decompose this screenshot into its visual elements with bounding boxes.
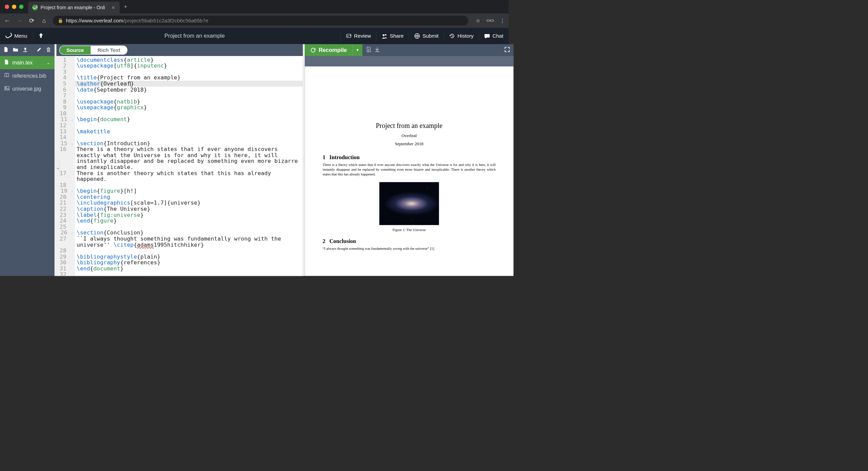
code-line[interactable]	[77, 134, 301, 140]
file-tree: main.tex⌄references.bibuniverse.jpg	[0, 44, 55, 276]
code-line[interactable]: \date{September 2018}	[77, 87, 301, 93]
code-editor[interactable]: 1 2 3 4 5 6 7 8 9 10 11 ▾12 13 14 15 ▾16…	[56, 56, 303, 276]
window-minimize-icon[interactable]	[12, 4, 16, 9]
pdf-title: Project from an example	[323, 122, 496, 130]
menu-button[interactable]: Menu	[0, 28, 33, 44]
code-line[interactable]: \maketitle	[77, 128, 301, 134]
new-file-icon[interactable]	[4, 46, 8, 54]
nav-reload-icon[interactable]: ⟳	[28, 17, 35, 24]
file-tree-item[interactable]: main.tex⌄	[0, 56, 55, 69]
svg-point-2	[385, 34, 386, 36]
editor-pane: Source Rich Text ◂ 1 2 3 4 5 6 7 8 9 10 …	[56, 44, 303, 276]
code-line[interactable]	[77, 93, 301, 99]
code-line[interactable]: \bibliographystyle{plain}	[77, 254, 301, 260]
code-line[interactable]: \label{fig:universe}	[77, 212, 301, 218]
lock-icon: 🔒	[58, 18, 63, 23]
code-line[interactable]: There is another theory which states tha…	[77, 170, 301, 176]
pdf-paragraph-1: There is a theory which states that if e…	[323, 163, 496, 176]
address-bar: ← → ⟳ ⌂ 🔒 https://www.overleaf.com/proje…	[0, 14, 509, 28]
new-folder-icon[interactable]	[13, 47, 18, 53]
collapse-filetree-icon[interactable]: ◂	[56, 160, 60, 176]
editor-toolbar: Source Rich Text	[56, 44, 303, 56]
url-protocol: https://	[66, 18, 81, 24]
new-tab-icon[interactable]: +	[124, 3, 127, 11]
code-line[interactable]	[77, 248, 301, 254]
code-line[interactable]	[77, 224, 301, 230]
pdf-author: Overleaf	[323, 133, 496, 138]
code-line[interactable]	[77, 69, 301, 75]
code-line[interactable]: \author{Overleaf}	[75, 81, 303, 87]
chevron-down-icon[interactable]: ⌄	[46, 60, 50, 65]
code-line[interactable]: \begin{figure}[h!]	[77, 188, 301, 194]
code-line[interactable]: \section{Introduction}	[77, 140, 301, 147]
extensions-icon[interactable]: ▭▭	[486, 18, 494, 24]
window-close-icon[interactable]	[5, 4, 9, 9]
history-button[interactable]: History	[444, 28, 478, 44]
code-line[interactable]: \begin{document}	[77, 116, 301, 123]
rename-icon[interactable]	[37, 47, 42, 53]
nav-home-icon[interactable]: ⌂	[41, 17, 48, 24]
browser-tab[interactable]: Project from an example - Onli ×	[28, 2, 120, 14]
tab-source[interactable]: Source	[60, 46, 91, 54]
code-content[interactable]: \documentclass{article}\usepackage[utf8]…	[75, 56, 303, 276]
nav-back-icon[interactable]: ←	[4, 17, 11, 24]
browser-menu-icon[interactable]: ⋮	[500, 18, 505, 24]
nav-forward-icon[interactable]: →	[16, 17, 23, 24]
svg-point-5	[5, 87, 6, 88]
tab-rich-text[interactable]: Rich Text	[91, 46, 127, 54]
upload-icon[interactable]	[23, 47, 28, 53]
file-icon	[4, 59, 9, 66]
download-pdf-icon[interactable]	[375, 47, 380, 53]
pdf-pane: Recompile ▼ Project from an example Over…	[305, 44, 513, 276]
overleaf-logo-icon	[5, 33, 12, 39]
pdf-section-1: 1Introduction	[323, 154, 496, 161]
share-button[interactable]: Share	[376, 28, 409, 44]
logs-icon[interactable]	[366, 46, 371, 54]
file-tree-item[interactable]: universe.jpg	[0, 82, 55, 96]
code-line[interactable]: \end{figure}	[77, 218, 301, 224]
workspace: main.tex⌄references.bibuniverse.jpg ⋮⋮ S…	[0, 44, 509, 276]
menu-label: Menu	[14, 33, 27, 39]
code-line[interactable]: \caption{The Universe}	[77, 206, 301, 212]
chat-button[interactable]: Chat	[479, 28, 508, 44]
project-title: Project from an example	[49, 33, 340, 39]
code-line[interactable]: \section{Conclusion}	[77, 230, 301, 236]
review-button[interactable]: Review	[340, 28, 376, 44]
code-line[interactable]: \usepackage{graphicx}	[77, 105, 301, 111]
fullscreen-icon[interactable]	[504, 46, 510, 54]
code-line[interactable]: \title{Project from an example}	[77, 75, 301, 81]
code-line[interactable]	[77, 182, 301, 188]
recompile-button[interactable]: Recompile	[305, 44, 352, 56]
pdf-toolbar: Recompile ▼	[305, 44, 513, 56]
code-line[interactable]: \end{document}	[77, 266, 301, 272]
tab-close-icon[interactable]: ×	[112, 4, 115, 11]
code-line[interactable]: \includegraphics[scale=1.7]{universe}	[77, 200, 301, 206]
recompile-group: Recompile ▼	[305, 44, 362, 56]
pdf-viewport[interactable]: Project from an example Overleaf Septemb…	[305, 56, 513, 276]
back-to-projects-icon[interactable]	[33, 33, 49, 40]
tab-title: Project from an example - Onli	[41, 5, 105, 10]
delete-icon[interactable]	[46, 46, 51, 54]
pdf-page: Project from an example Overleaf Septemb…	[305, 67, 513, 276]
file-tree-toolbar	[0, 44, 55, 56]
code-line[interactable]	[77, 271, 301, 276]
svg-point-1	[383, 34, 384, 36]
bookmark-star-icon[interactable]: ☆	[476, 18, 480, 24]
image-icon	[4, 86, 9, 92]
code-line[interactable]: \bibliography{references}	[77, 260, 301, 266]
code-line[interactable]: \centering	[77, 194, 301, 200]
url-input[interactable]: 🔒 https://www.overleaf.com/project/5bab5…	[53, 16, 468, 25]
file-tree-item[interactable]: references.bib	[0, 69, 55, 82]
code-line[interactable]	[77, 123, 301, 129]
recompile-dropdown-icon[interactable]: ▼	[353, 44, 363, 56]
code-line[interactable]: \usepackage{natbib}	[77, 99, 301, 105]
submit-button[interactable]: Submit	[409, 28, 444, 44]
code-line[interactable]: ``I always thought something was fundame…	[77, 236, 301, 242]
code-line[interactable]	[77, 111, 301, 117]
code-line[interactable]: \documentclass{article}	[77, 57, 301, 63]
code-line[interactable]: There is a theory which states that if e…	[77, 146, 301, 152]
url-path: /project/5bab51c2a3f2cb6c56a65b7e	[123, 18, 208, 24]
browser-chrome: Project from an example - Onli × + ← → ⟳…	[0, 0, 509, 28]
window-maximize-icon[interactable]	[19, 4, 23, 9]
code-line[interactable]: \usepackage[utf8]{inputenc}	[77, 63, 301, 69]
